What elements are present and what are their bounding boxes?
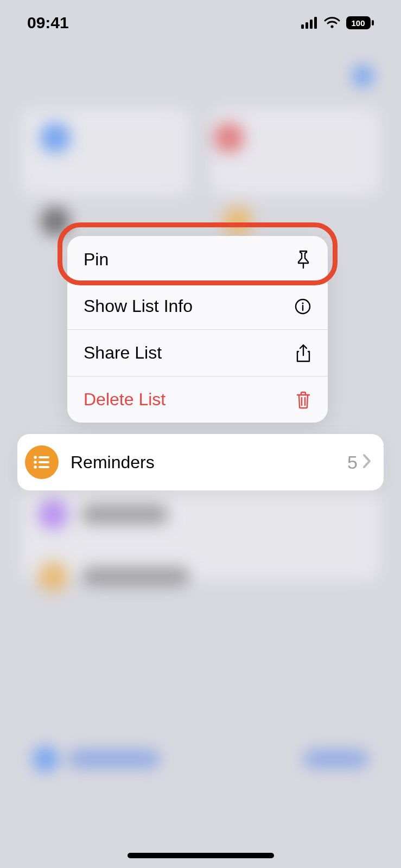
info-icon <box>294 298 311 315</box>
svg-point-15 <box>34 465 37 469</box>
share-list-menu-item[interactable]: Share List <box>67 329 328 376</box>
list-bullet-icon <box>25 445 59 479</box>
svg-rect-6 <box>372 20 374 25</box>
wifi-icon <box>324 17 340 29</box>
svg-point-14 <box>34 461 37 464</box>
svg-rect-3 <box>314 17 317 29</box>
share-icon <box>295 343 311 363</box>
menu-item-label: Share List <box>84 343 162 363</box>
context-menu: Pin Show List Info Share List Delet <box>67 236 328 423</box>
svg-rect-16 <box>39 456 49 458</box>
status-time: 09:41 <box>27 14 69 32</box>
menu-item-label: Show List Info <box>84 296 193 316</box>
reminders-list-row[interactable]: Reminders 5 <box>17 434 384 490</box>
list-count: 5 <box>347 452 358 473</box>
svg-rect-1 <box>305 22 308 29</box>
svg-point-9 <box>302 302 303 304</box>
menu-item-label: Pin <box>84 250 109 270</box>
svg-point-4 <box>330 25 333 28</box>
status-bar: 09:41 100 <box>0 0 401 33</box>
svg-rect-2 <box>310 20 313 29</box>
pin-icon <box>295 250 311 269</box>
pin-menu-item[interactable]: Pin <box>67 236 328 283</box>
svg-point-13 <box>34 456 37 459</box>
svg-rect-0 <box>301 24 304 29</box>
trash-icon <box>295 391 311 409</box>
home-indicator[interactable] <box>128 853 274 858</box>
delete-list-menu-item[interactable]: Delete List <box>67 376 328 423</box>
menu-item-label: Delete List <box>84 390 166 410</box>
cellular-icon <box>301 17 319 29</box>
battery-text: 100 <box>351 18 365 28</box>
list-title: Reminders <box>71 452 347 473</box>
svg-rect-18 <box>39 466 49 468</box>
chevron-right-icon <box>362 453 372 471</box>
battery-icon: 100 <box>346 16 374 30</box>
show-list-info-menu-item[interactable]: Show List Info <box>67 283 328 329</box>
svg-rect-17 <box>39 461 49 463</box>
